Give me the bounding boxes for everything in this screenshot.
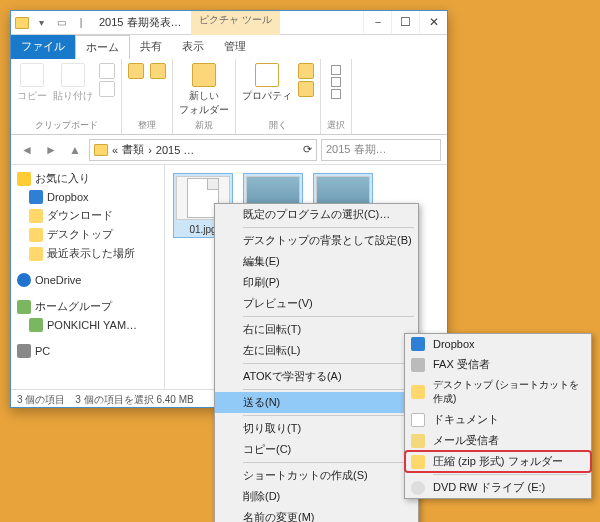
nav-pane: お気に入り Dropbox ダウンロード デスクトップ 最近表示した場所 One… bbox=[11, 165, 165, 389]
search-box[interactable]: 2015 春期… bbox=[321, 139, 441, 161]
cm-choose-program[interactable]: 既定のプログラムの選択(C)… bbox=[215, 204, 418, 225]
disc-icon bbox=[411, 481, 425, 495]
sendto-dvd[interactable]: DVD RW ドライブ (E:) bbox=[405, 477, 591, 498]
properties-button[interactable]: プロパティ bbox=[242, 63, 292, 103]
copy-button[interactable]: コピー bbox=[17, 63, 47, 103]
back-button[interactable]: ◄ bbox=[17, 140, 37, 160]
sidebar-recent[interactable]: 最近表示した場所 bbox=[11, 244, 164, 263]
select-none[interactable] bbox=[331, 77, 341, 87]
dropbox-icon bbox=[411, 337, 425, 351]
ribbon-tabs: ファイル ホーム 共有 表示 管理 bbox=[11, 35, 447, 59]
qat-divider: | bbox=[73, 15, 89, 31]
edit-icon[interactable] bbox=[298, 81, 314, 97]
cm-set-background[interactable]: デスクトップの背景として設定(B) bbox=[215, 230, 418, 251]
cm-send-to[interactable]: 送る(N)▶ bbox=[215, 392, 418, 413]
navbar: ◄ ► ▲ « 書類 › 2015 … ⟳ 2015 春期… bbox=[11, 135, 447, 165]
up-button[interactable]: ▲ bbox=[65, 140, 85, 160]
recent-icon bbox=[29, 247, 43, 261]
homegroup-icon bbox=[17, 300, 31, 314]
star-icon bbox=[17, 172, 31, 186]
select-all[interactable] bbox=[331, 65, 341, 75]
window-title: 2015 春期発表… bbox=[93, 15, 182, 30]
folder-icon bbox=[15, 17, 29, 29]
cut-icon[interactable] bbox=[99, 63, 115, 79]
group-organize-label: 整理 bbox=[138, 119, 156, 132]
delete-icon[interactable] bbox=[150, 63, 166, 79]
dropbox-icon bbox=[29, 190, 43, 204]
tab-share[interactable]: 共有 bbox=[130, 35, 172, 59]
sendto-documents[interactable]: ドキュメント bbox=[405, 409, 591, 430]
sidebar-dropbox[interactable]: Dropbox bbox=[11, 188, 164, 206]
maximize-button[interactable]: ☐ bbox=[391, 11, 419, 33]
group-new-label: 新規 bbox=[195, 119, 213, 132]
sidebar-pc[interactable]: PC bbox=[11, 342, 164, 360]
copypath-icon[interactable] bbox=[99, 81, 115, 97]
close-button[interactable]: ✕ bbox=[419, 11, 447, 33]
mail-icon bbox=[411, 434, 425, 448]
sidebar-favorites[interactable]: お気に入り bbox=[11, 169, 164, 188]
crumb-2[interactable]: 2015 … bbox=[156, 144, 195, 156]
fax-icon bbox=[411, 358, 425, 372]
cm-preview[interactable]: プレビュー(V) bbox=[215, 293, 418, 314]
tab-home[interactable]: ホーム bbox=[75, 35, 130, 59]
cm-rotate-left[interactable]: 左に回転(L) bbox=[215, 340, 418, 361]
group-select-label: 選択 bbox=[327, 119, 345, 132]
tab-file[interactable]: ファイル bbox=[11, 35, 75, 59]
cm-copy[interactable]: コピー(C) bbox=[215, 439, 418, 460]
cloud-icon bbox=[17, 273, 31, 287]
cm-print[interactable]: 印刷(P) bbox=[215, 272, 418, 293]
send-to-submenu: Dropbox FAX 受信者 デスクトップ (ショートカットを作成) ドキュメ… bbox=[404, 333, 592, 499]
sidebar-downloads[interactable]: ダウンロード bbox=[11, 206, 164, 225]
group-clipboard-label: クリップボード bbox=[35, 119, 98, 132]
sidebar-ponkichi[interactable]: PONKICHI YAM… bbox=[11, 316, 164, 334]
desktop-icon bbox=[29, 228, 43, 242]
sidebar-homegroup[interactable]: ホームグループ bbox=[11, 297, 164, 316]
zip-icon bbox=[411, 455, 425, 469]
group-open-label: 開く bbox=[269, 119, 287, 132]
document-icon bbox=[411, 413, 425, 427]
cm-rename[interactable]: 名前の変更(M) bbox=[215, 507, 418, 522]
desktop-icon bbox=[411, 385, 425, 399]
qat-props[interactable]: ▭ bbox=[53, 15, 69, 31]
status-selection: 3 個の項目を選択 6.40 MB bbox=[75, 393, 193, 407]
crumb-1[interactable]: 書類 bbox=[122, 142, 144, 157]
sendto-desktop[interactable]: デスクトップ (ショートカットを作成) bbox=[405, 375, 591, 409]
address-folder-icon bbox=[94, 144, 108, 156]
cm-create-shortcut[interactable]: ショートカットの作成(S) bbox=[215, 465, 418, 486]
sidebar-onedrive[interactable]: OneDrive bbox=[11, 271, 164, 289]
paste-button[interactable]: 貼り付け bbox=[53, 63, 93, 103]
cm-rotate-right[interactable]: 右に回転(T) bbox=[215, 319, 418, 340]
sendto-zip[interactable]: 圧縮 (zip 形式) フォルダー bbox=[405, 451, 591, 472]
new-folder-button[interactable]: 新しい フォルダー bbox=[179, 63, 229, 117]
pc-icon bbox=[17, 344, 31, 358]
sendto-mail[interactable]: メール受信者 bbox=[405, 430, 591, 451]
tab-view[interactable]: 表示 bbox=[172, 35, 214, 59]
invert-selection[interactable] bbox=[331, 89, 341, 99]
address-bar[interactable]: « 書類 › 2015 … ⟳ bbox=[89, 139, 317, 161]
minimize-button[interactable]: － bbox=[363, 11, 391, 33]
titlebar: ▾ ▭ | 2015 春期発表… ピクチャ ツール － ☐ ✕ bbox=[11, 11, 447, 35]
folder-icon bbox=[29, 209, 43, 223]
sendto-fax[interactable]: FAX 受信者 bbox=[405, 354, 591, 375]
context-menu: 既定のプログラムの選択(C)… デスクトップの背景として設定(B) 編集(E) … bbox=[214, 203, 419, 522]
move-icon[interactable] bbox=[128, 63, 144, 79]
cm-delete[interactable]: 削除(D) bbox=[215, 486, 418, 507]
sidebar-desktop[interactable]: デスクトップ bbox=[11, 225, 164, 244]
user-icon bbox=[29, 318, 43, 332]
cm-edit[interactable]: 編集(E) bbox=[215, 251, 418, 272]
tab-manage[interactable]: 管理 bbox=[214, 35, 256, 59]
qat-menu[interactable]: ▾ bbox=[33, 15, 49, 31]
status-count: 3 個の項目 bbox=[17, 393, 65, 407]
open-icon[interactable] bbox=[298, 63, 314, 79]
cm-atok[interactable]: ATOKで学習する(A) bbox=[215, 366, 418, 387]
picture-tools-tab[interactable]: ピクチャ ツール bbox=[191, 11, 280, 35]
cm-cut[interactable]: 切り取り(T) bbox=[215, 418, 418, 439]
ribbon-body: コピー 貼り付け クリップボード 整理 新しい フォルダー 新規 bbox=[11, 59, 447, 135]
forward-button[interactable]: ► bbox=[41, 140, 61, 160]
sendto-dropbox[interactable]: Dropbox bbox=[405, 334, 591, 354]
